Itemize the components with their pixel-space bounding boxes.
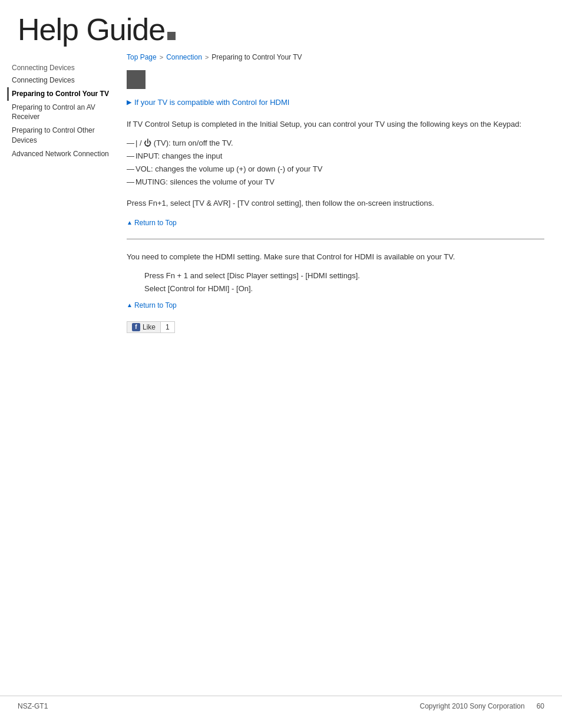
return-to-top-link-1[interactable]: ▲ Return to Top: [127, 219, 544, 227]
return-top-label-2: Return to Top: [134, 301, 177, 309]
sidebar: Connecting Devices Connecting Devices Pr…: [0, 53, 115, 345]
logo-text: Help Guide: [18, 12, 165, 47]
hdmi-compatible-link[interactable]: ▶ If your TV is compatible with Control …: [127, 98, 544, 107]
logo: Help Guide: [18, 12, 544, 47]
logo-square-icon: [167, 32, 176, 40]
return-to-top-link-2[interactable]: ▲ Return to Top: [127, 301, 544, 309]
return-top-arrow-icon-1: ▲: [127, 219, 133, 226]
breadcrumb-current: Preparing to Control Your TV: [211, 53, 302, 61]
breadcrumb-sep-2: >: [205, 54, 209, 61]
bullet-item-muting: MUTING: silences the volume of your TV: [127, 176, 544, 189]
footer: NSZ-GT1 Copyright 2010 Sony Corporation …: [0, 696, 562, 710]
copyright: Copyright 2010 Sony Corporation: [48, 702, 524, 710]
breadcrumb-sep-1: >: [160, 54, 163, 61]
bullet-list: | / ⏻ (TV): turn on/off the TV. INPUT: c…: [127, 137, 544, 189]
like-button[interactable]: f Like: [127, 321, 161, 333]
sidebar-item-connecting-devices[interactable]: Connecting Devices: [12, 74, 115, 87]
section-link-label: If your TV is compatible with Control fo…: [134, 98, 289, 107]
device-model: NSZ-GT1: [18, 702, 48, 710]
page-number: 60: [537, 702, 544, 710]
sidebar-item-advanced-network[interactable]: Advanced Network Connection: [12, 147, 115, 161]
sidebar-section-header: Connecting Devices: [12, 59, 115, 74]
header: Help Guide: [0, 0, 562, 53]
layout: Connecting Devices Connecting Devices Pr…: [0, 53, 562, 345]
bullet-item-power: | / ⏻ (TV): turn on/off the TV.: [127, 137, 544, 150]
intro-paragraph: If TV Control Setup is completed in the …: [127, 118, 544, 131]
section-divider: [127, 239, 544, 239]
sidebar-item-preparing-av[interactable]: Preparing to Control an AV Receiver: [12, 101, 115, 124]
hdmi-step-2: Select [Control for HDMI] - [On].: [144, 282, 544, 295]
sidebar-item-preparing-tv[interactable]: Preparing to Control Your TV: [7, 87, 115, 101]
breadcrumb: Top Page > Connection > Preparing to Con…: [127, 53, 544, 61]
facebook-icon: f: [132, 323, 140, 331]
breadcrumb-connection[interactable]: Connection: [166, 53, 202, 61]
bullet-item-vol: VOL: changes the volume up (+) or down (…: [127, 163, 544, 176]
breadcrumb-top-page[interactable]: Top Page: [127, 53, 157, 61]
return-top-arrow-icon-2: ▲: [127, 302, 133, 308]
main-content: Top Page > Connection > Preparing to Con…: [115, 53, 562, 345]
page-icon: [127, 70, 146, 89]
bullet-item-input: INPUT: changes the input: [127, 150, 544, 163]
instruction-paragraph: Press Fn+1, select [TV & AVR] - [TV cont…: [127, 197, 544, 210]
like-label: Like: [143, 323, 156, 331]
section-link-arrow-icon: ▶: [127, 98, 131, 106]
sidebar-item-preparing-other[interactable]: Preparing to Control Other Devices: [12, 124, 115, 147]
like-area: f Like 1: [127, 321, 544, 333]
hdmi-step-1: Press Fn + 1 and select [Disc Player set…: [144, 269, 544, 282]
hdmi-intro-paragraph: You need to complete the HDMI setting. M…: [127, 251, 544, 263]
return-top-label-1: Return to Top: [134, 219, 177, 227]
like-count: 1: [161, 321, 175, 333]
